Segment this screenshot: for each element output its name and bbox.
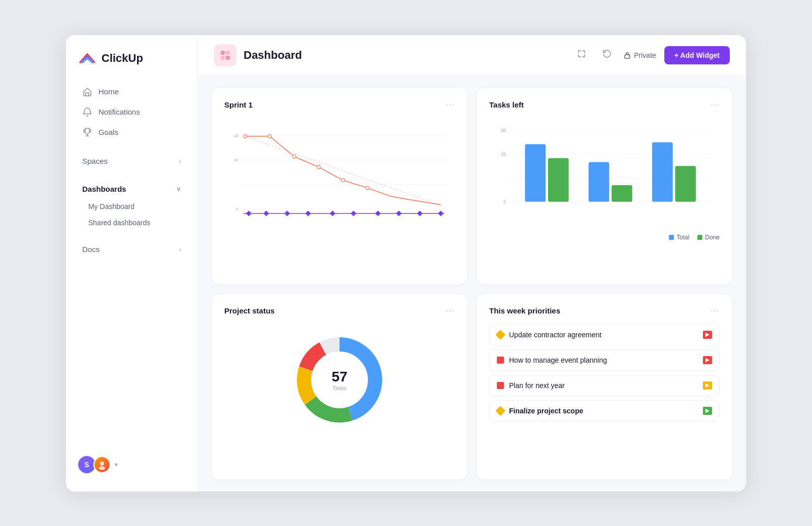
priority-item-3[interactable]: Plan for next year [489,375,720,396]
private-button[interactable]: Private [624,51,656,59]
priority-left-3: Plan for next year [497,381,565,390]
priority-flag-2 [703,356,712,364]
sprint-chart: 20 10 0 [224,118,455,230]
tasks-left-widget: Tasks left ··· 50 25 0 [477,88,732,285]
flag-icon-4 [705,408,710,413]
svg-point-19 [341,178,345,182]
svg-text:0: 0 [236,206,238,211]
project-status-widget: Project status ··· [212,294,467,479]
priority-flag-3 [703,381,712,390]
priorities-widget: This week priorities ··· Update contract… [477,294,732,479]
svg-marker-25 [306,211,311,216]
priority-item-1[interactable]: Update contractor agreement [489,324,720,345]
priority-icon-2 [497,357,504,364]
svg-marker-31 [438,211,444,216]
docs-item[interactable]: Docs › [70,240,193,259]
page-title: Dashboard [244,49,302,62]
tasks-left-header: Tasks left ··· [489,99,720,110]
svg-rect-2 [221,51,225,55]
bell-icon [82,107,92,117]
svg-rect-41 [589,162,610,201]
avatar-s[interactable]: S [78,456,95,473]
priorities-menu-button[interactable]: ··· [710,305,720,316]
priority-left-1: Update contractor agreement [497,331,601,339]
topbar: Dashboard [198,35,746,76]
refresh-icon [602,49,612,58]
sidebar-item-home[interactable]: Home [70,82,193,102]
sidebar-item-notifications[interactable]: Notifications [70,102,193,122]
spaces-item[interactable]: Spaces › [70,152,193,170]
priority-item-2[interactable]: How to manage event planning [489,349,720,371]
add-widget-button[interactable]: + Add Widget [664,46,730,64]
priorities-header: This week priorities ··· [489,305,720,316]
priority-list: Update contractor agreement How to manag… [489,324,720,422]
priority-left-4: Finalize project scope [497,407,583,415]
svg-rect-6 [625,55,630,58]
legend-done: Done [697,234,720,241]
tasks-left-menu-button[interactable]: ··· [710,99,720,110]
shared-dashboards-item[interactable]: Shared dashboards [70,215,193,231]
svg-marker-23 [263,211,269,216]
donut-center: 57 Tasks [331,369,347,391]
priority-text-4: Finalize project scope [509,407,583,415]
priorities-title: This week priorities [489,306,560,315]
topbar-right: Private + Add Widget [573,46,730,64]
bar-chart-svg: 50 25 0 [489,118,720,230]
app-name: ClickUp [101,52,143,65]
donut-wrapper: 57 Tasks [294,334,385,426]
grid-icon [219,49,231,61]
docs-chevron-icon: › [179,246,181,253]
bar-chart: 50 25 0 [489,118,720,230]
chart-legend: Total Done [489,234,720,241]
sidebar-item-goals[interactable]: Goals [70,122,193,143]
avatar-s-initial: S [84,461,89,469]
sprint-menu-button[interactable]: ··· [446,99,455,110]
svg-marker-29 [396,211,401,216]
sprint-title: Sprint 1 [224,100,253,109]
my-dashboard-label: My Dashboard [88,202,134,211]
nav-section-dashboards: Dashboards ∨ My Dashboard Shared dashboa… [66,180,197,231]
legend-done-label: Done [705,234,720,241]
shared-dashboards-label: Shared dashboards [88,219,150,227]
dashboards-item[interactable]: Dashboards ∨ [70,180,193,198]
my-dashboard-item[interactable]: My Dashboard [70,198,193,215]
sidebar: ClickUp Home Notifications [66,35,198,492]
svg-point-18 [317,165,320,168]
svg-marker-27 [351,211,356,216]
dashboards-chevron-icon: ∨ [176,185,181,193]
user-avatar-icon [97,460,107,470]
svg-marker-24 [284,211,290,216]
trophy-icon [82,127,92,137]
topbar-left: Dashboard [214,44,302,66]
svg-marker-22 [246,211,252,216]
donut-chart: 57 Tasks [224,324,455,436]
nav-section-spaces: Spaces › [66,152,197,170]
svg-point-15 [244,134,247,138]
svg-marker-53 [705,409,709,413]
priority-item-4[interactable]: Finalize project scope [489,400,720,422]
project-status-menu-button[interactable]: ··· [446,305,455,316]
priority-icon-3 [497,382,504,389]
svg-marker-30 [417,211,423,216]
svg-marker-26 [330,211,335,216]
legend-total-dot [669,235,674,240]
add-widget-label: + Add Widget [674,51,720,59]
sidebar-bottom: S ▾ [66,448,197,481]
avatar-user[interactable] [93,456,111,473]
svg-marker-51 [705,358,709,362]
project-status-header: Project status ··· [224,305,455,316]
logo: ClickUp [66,49,197,82]
home-icon [82,87,92,97]
svg-point-20 [366,186,369,190]
home-label: Home [98,87,119,96]
priority-icon-4 [495,406,505,416]
user-dropdown-arrow[interactable]: ▾ [115,461,118,468]
refresh-button[interactable] [598,47,616,63]
legend-done-dot [697,235,702,240]
sprint-svg: 20 10 0 [224,118,455,230]
legend-total: Total [669,234,689,241]
priority-text-2: How to manage event planning [509,356,607,364]
dashboards-label: Dashboards [82,185,126,193]
private-label: Private [634,51,656,59]
expand-button[interactable] [573,47,590,63]
